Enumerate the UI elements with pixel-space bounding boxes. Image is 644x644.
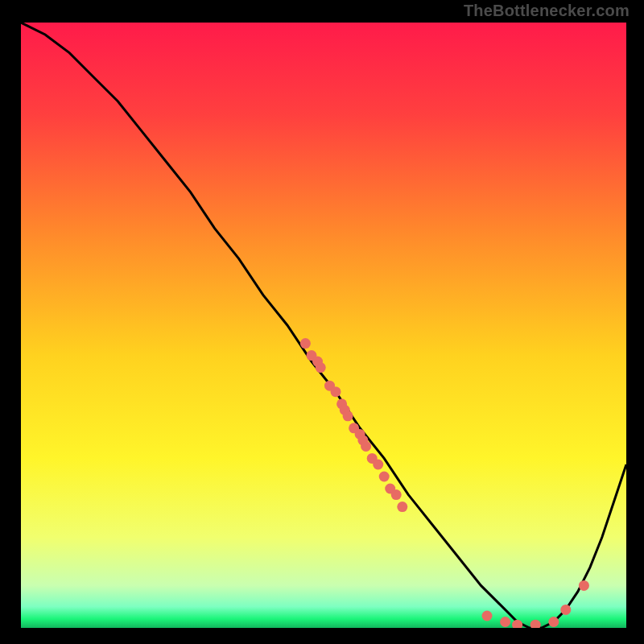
data-point xyxy=(560,605,571,615)
chart-container: TheBottlenecker.com xyxy=(0,0,644,644)
data-point xyxy=(379,472,390,482)
data-point xyxy=(579,580,589,591)
data-point xyxy=(500,617,510,627)
data-point xyxy=(343,411,353,421)
data-point xyxy=(482,611,493,621)
chart-svg xyxy=(21,23,626,628)
data-point xyxy=(391,489,402,500)
data-point xyxy=(373,460,383,470)
gradient-background xyxy=(21,23,626,628)
data-point xyxy=(397,502,407,512)
data-point xyxy=(361,441,371,452)
data-point xyxy=(548,617,559,627)
attribution-label: TheBottlenecker.com xyxy=(464,2,630,20)
plot-area xyxy=(21,23,626,628)
data-point xyxy=(300,338,311,349)
data-point xyxy=(331,386,341,397)
data-point xyxy=(316,362,326,373)
